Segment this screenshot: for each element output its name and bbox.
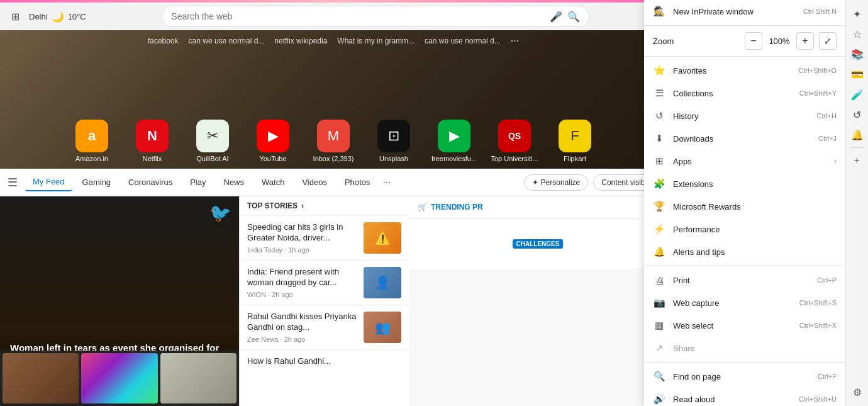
divider-1 <box>644 25 845 26</box>
sidebar-icon-wallet[interactable]: 💳 <box>849 65 866 83</box>
zoom-plus-button[interactable]: + <box>796 32 814 50</box>
menu-item-share[interactable]: ↗ Share <box>644 337 845 359</box>
amazon-label: Amazon.in <box>75 155 108 162</box>
menu-item-extensions[interactable]: 🧩 Extensions <box>644 172 845 195</box>
web-select-shortcut: Ctrl+Shift+X <box>799 322 837 329</box>
sidebar-icon-add[interactable]: + <box>849 152 866 169</box>
quick-link-university[interactable]: QS Top Universiti... <box>489 120 540 162</box>
hamburger-icon[interactable]: ☰ <box>8 176 18 189</box>
menu-item-read-aloud[interactable]: 🔊 Read aloud Ctrl+Shift+U <box>644 388 845 406</box>
tab-gaming[interactable]: Gaming <box>75 174 119 191</box>
menu-item-apps[interactable]: ⊞ Apps › <box>644 150 845 172</box>
suggestion-2[interactable]: can we use normal d... <box>189 37 265 45</box>
personalize-label: Personalize <box>541 178 581 187</box>
news-header-arrow[interactable]: › <box>301 201 304 210</box>
tab-my-feed[interactable]: My Feed <box>25 173 72 191</box>
thumb-food[interactable] <box>3 353 79 403</box>
twitter-watermark: 🐦 <box>209 203 231 223</box>
quick-link-flipkart[interactable]: F Flipkart <box>550 120 600 162</box>
search-icon[interactable]: 🔍 <box>567 11 580 23</box>
suggestion-5[interactable]: can we use normal d... <box>425 37 501 45</box>
quick-link-youtube[interactable]: ▶ YouTube <box>248 120 298 162</box>
news-thumb-3: 👥 <box>364 312 401 343</box>
search-bar[interactable]: 🎤 🔍 <box>162 6 589 27</box>
trending-column: 🛒 TRENDING PR CHALLENGES <box>409 196 667 406</box>
favorites-label: Favorites <box>673 66 798 76</box>
favorites-shortcut: Ctrl+Shift+O <box>798 67 837 74</box>
quick-link-inbox[interactable]: M Inbox (2,393) <box>308 120 359 162</box>
microphone-icon[interactable]: 🎤 <box>550 11 562 23</box>
apps-grid-icon[interactable]: ⊞ <box>6 8 24 25</box>
suggestion-1[interactable]: facebook <box>148 37 179 45</box>
extensions-menu-icon: 🧩 <box>653 178 665 190</box>
nav-more-btn[interactable]: ··· <box>382 177 391 188</box>
new-inprivate-label: New InPrivate window <box>673 7 803 16</box>
sidebar-icon-favorites[interactable]: ☆ <box>849 25 866 43</box>
news-item-4[interactable]: How is Rahul Gandhi... <box>240 349 409 376</box>
zoom-fullscreen-button[interactable]: ⤢ <box>819 32 837 50</box>
bottom-thumbnails <box>0 351 239 406</box>
sidebar-icon-settings[interactable]: ⚙ <box>849 383 866 401</box>
menu-item-web-select[interactable]: ▦ Web select Ctrl+Shift+X <box>644 314 845 337</box>
tab-videos[interactable]: Videos <box>294 174 335 191</box>
zoom-minus-button[interactable]: − <box>745 32 762 50</box>
menu-item-performance[interactable]: ⚡ Performance <box>644 218 845 240</box>
news-source-3: Zee News · 2h ago <box>247 336 357 343</box>
news-headline-1: Speeding car hits 3 girls in Greater Noi… <box>247 222 357 244</box>
menu-item-collections[interactable]: ☰ Collections Ctrl+Shift+Y <box>644 82 845 104</box>
news-thumb-2: 👤 <box>364 267 401 298</box>
extensions-label: Extensions <box>673 179 837 189</box>
freemovies-icon: ▶ <box>438 120 470 152</box>
news-item-3[interactable]: Rahul Gandhi kisses Priyanka Gandhi on s… <box>240 305 409 349</box>
news-item-2[interactable]: India: Friend present with woman dragged… <box>240 260 409 305</box>
nav-right-actions: ✦ Personalize Content visible <box>524 174 659 191</box>
flipkart-icon: F <box>559 120 591 152</box>
thumb-generic[interactable] <box>160 353 236 403</box>
suggestion-4[interactable]: What is my in gramm... <box>337 37 415 45</box>
sidebar-icon-collections[interactable]: 📚 <box>849 45 866 63</box>
search-input[interactable] <box>171 11 545 21</box>
tab-watch[interactable]: Watch <box>254 174 292 191</box>
suggestion-3[interactable]: netflix wikipedia <box>274 37 327 45</box>
news-headline-4: How is Rahul Gandhi... <box>247 356 401 367</box>
netflix-icon: N <box>136 120 169 152</box>
quick-link-freemovies[interactable]: ▶ freemoviesfu... <box>429 120 479 162</box>
print-shortcut: Ctrl+P <box>817 276 837 284</box>
news-item-1[interactable]: Speeding car hits 3 girls in Greater Noi… <box>240 215 409 260</box>
tab-play[interactable]: Play <box>182 174 213 191</box>
menu-item-rewards[interactable]: 🏆 Microsoft Rewards <box>644 195 845 218</box>
tab-news[interactable]: News <box>216 174 252 191</box>
menu-item-alerts[interactable]: 🔔 Alerts and tips <box>644 240 845 263</box>
university-icon: QS <box>498 120 531 152</box>
menu-item-web-capture[interactable]: 📷 Web capture Ctrl+Shift+S <box>644 291 845 314</box>
menu-item-new-inprivate[interactable]: 🕵 New InPrivate window Ctrl Shift N <box>644 0 845 23</box>
sidebar-icon-copilot[interactable]: ✦ <box>849 5 866 23</box>
tab-coronavirus[interactable]: Coronavirus <box>121 174 180 191</box>
menu-item-history[interactable]: ↺ History Ctrl+H <box>644 104 845 127</box>
quick-link-unsplash[interactable]: ⊡ Unsplash <box>369 120 419 162</box>
youtube-label: YouTube <box>259 155 286 162</box>
hero-section: facebook can we use normal d... netflix … <box>0 30 667 169</box>
tab-photos[interactable]: Photos <box>337 174 377 191</box>
news-thumb-1: ⚠️ <box>364 222 401 254</box>
quillbot-icon: ✂ <box>196 120 229 152</box>
quick-link-netflix[interactable]: N Netflix <box>127 120 177 162</box>
quick-link-amazon[interactable]: a Amazon.in <box>67 120 117 162</box>
sidebar-icon-labs[interactable]: 🧪 <box>849 86 866 103</box>
thumb-art[interactable] <box>81 353 157 403</box>
search-icons: 🎤 🔍 <box>550 11 580 23</box>
personalize-button[interactable]: ✦ Personalize <box>524 174 589 191</box>
unsplash-label: Unsplash <box>379 155 408 162</box>
menu-item-downloads[interactable]: ⬇ Downloads Ctrl+J <box>644 127 845 150</box>
menu-item-find[interactable]: 🔍 Find on page Ctrl+F <box>644 365 845 388</box>
menu-item-print[interactable]: 🖨 Print Ctrl+P <box>644 269 845 291</box>
news-header: TOP STORIES › <box>240 196 409 215</box>
menu-item-favorites[interactable]: ⭐ Favorites Ctrl+Shift+O <box>644 59 845 82</box>
sidebar-icon-history[interactable]: ↺ <box>849 106 866 123</box>
sidebar-icon-notifications[interactable]: 🔔 <box>849 126 866 144</box>
browser-content: ⊞ Delhi 🌙 10°C 🎤 🔍 facebook can we use n… <box>0 0 667 406</box>
read-aloud-label: Read aloud <box>673 395 799 404</box>
quick-link-quillbot[interactable]: ✂ QuillBot AI <box>187 120 238 162</box>
trending-content: CHALLENGES <box>409 218 667 269</box>
more-suggestions-btn[interactable]: ··· <box>511 35 519 47</box>
